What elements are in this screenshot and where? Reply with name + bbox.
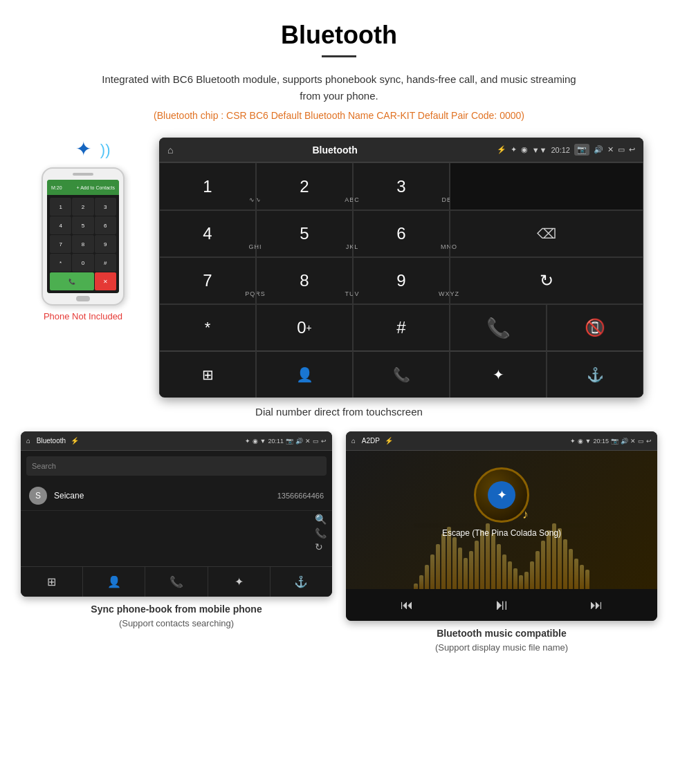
phone-key-star[interactable]: * <box>50 254 71 272</box>
dial-backspace[interactable]: ⌫ <box>450 209 643 258</box>
phone-key-6[interactable]: 6 <box>95 216 116 234</box>
dial-phone-btn[interactable]: 📞 <box>353 351 450 398</box>
screen-icon[interactable]: ▭ <box>618 145 625 154</box>
phone-key-5[interactable]: 5 <box>72 216 93 234</box>
music-next-btn[interactable]: ⏭ <box>590 598 603 613</box>
phonebook-bottom-bar: ⊞ 👤 📞 ✦ ⚓ <box>21 566 332 597</box>
music-signal-icon: ▼ <box>585 438 592 445</box>
back-icon[interactable]: ↩ <box>629 145 635 154</box>
page-title: Bluetooth <box>0 0 678 55</box>
dial-key-1[interactable]: 1 ∿∿ <box>159 162 256 211</box>
dial-key-2[interactable]: 2 ABC <box>256 162 353 211</box>
phone-home-button[interactable] <box>76 296 90 301</box>
pb-camera-icon[interactable]: 📷 <box>286 438 293 445</box>
dial-topbar-title: Bluetooth <box>312 144 357 156</box>
music-camera-icon[interactable]: 📷 <box>611 438 619 445</box>
phone-key-hash[interactable]: # <box>95 254 116 272</box>
album-bt-icon: ✦ <box>488 481 515 509</box>
pb-close-icon[interactable]: ✕ <box>305 438 311 445</box>
pb-search-icon[interactable]: 🔍 <box>315 514 327 525</box>
music-album-art: ✦ ♪ <box>474 467 529 523</box>
gps-icon: ◉ <box>521 145 528 154</box>
phone-screen-header: M:20 + Add to Contacts <box>47 180 119 195</box>
pb-phone-btn[interactable]: 📞 <box>145 567 208 597</box>
music-topbar-right: ✦ ◉ ▼ 20:15 📷 🔊 ✕ ▭ ↩ <box>570 438 652 445</box>
camera-icon[interactable]: 📷 <box>574 144 589 156</box>
dial-refresh[interactable]: ↻ <box>450 256 643 305</box>
dial-call-btn[interactable]: 📞 <box>450 304 547 352</box>
pb-gps-icon: ◉ <box>253 438 258 445</box>
pb-vol-icon[interactable]: 🔊 <box>295 438 303 445</box>
pb-bt-btn[interactable]: ✦ <box>208 567 271 597</box>
contact-number: 13566664466 <box>277 492 324 500</box>
music-vol-icon[interactable]: 🔊 <box>621 438 628 445</box>
pb-signal-icon: ▼ <box>260 438 266 445</box>
phonebook-search[interactable]: Search <box>26 456 327 476</box>
music-screen-icon[interactable]: ▭ <box>638 438 644 445</box>
pb-reload-icon[interactable]: ↻ <box>315 541 327 552</box>
phone-key-7[interactable]: 7 <box>50 235 71 253</box>
dial-key-8[interactable]: 8 TUV <box>256 256 353 305</box>
phone-key-3[interactable]: 3 <box>95 198 116 216</box>
specs-text: (Bluetooth chip : CSR BC6 Default Blueto… <box>0 110 678 121</box>
pb-contact-btn[interactable]: 👤 <box>83 567 145 597</box>
music-home-icon[interactable]: ⌂ <box>351 437 356 445</box>
dial-key-5[interactable]: 5 JKL <box>256 209 353 258</box>
pb-grid-btn[interactable]: ⊞ <box>21 567 83 597</box>
pb-back-icon[interactable]: ↩ <box>321 438 327 445</box>
phone-key-4[interactable]: 4 <box>50 216 71 234</box>
dial-bt-btn[interactable]: ✦ <box>450 351 547 398</box>
dial-key-hash[interactable]: # <box>353 304 450 352</box>
dial-grid-btn[interactable]: ⊞ <box>159 351 256 398</box>
music-section: ⌂ A2DP ⚡ ✦ ◉ ▼ 20:15 📷 🔊 ✕ ▭ ↩ <box>346 431 657 655</box>
bluetooth-logo-icon: ✦ <box>75 138 91 160</box>
volume-icon[interactable]: 🔊 <box>594 145 603 154</box>
phone-key-1[interactable]: 1 <box>50 198 71 216</box>
music-usb-icon: ⚡ <box>385 437 393 445</box>
dial-key-3[interactable]: 3 DEF <box>353 162 450 211</box>
pb-usb-icon: ⚡ <box>71 437 79 445</box>
time-display: 20:12 <box>551 146 570 154</box>
phonebook-topbar-left: ⌂ Bluetooth ⚡ <box>26 437 79 445</box>
bt-status-icon: ✦ <box>511 145 517 154</box>
phonebook-caption: Sync phone-book from mobile phone (Suppo… <box>91 602 262 631</box>
phonebook-body: S Seicane 13566664466 🔍 📞 ↻ <box>21 481 332 566</box>
music-screen: ⌂ A2DP ⚡ ✦ ◉ ▼ 20:15 📷 🔊 ✕ ▭ ↩ <box>346 431 657 621</box>
dial-link-btn[interactable]: ⚓ <box>547 351 643 398</box>
pb-call-icon[interactable]: 📞 <box>315 528 327 539</box>
usb-icon: ⚡ <box>497 145 506 154</box>
music-back-icon[interactable]: ↩ <box>646 438 652 445</box>
phone-key-8[interactable]: 8 <box>72 235 93 253</box>
phonebook-topbar-right: ✦ ◉ ▼ 20:11 📷 🔊 ✕ ▭ ↩ <box>245 438 327 445</box>
phone-screen: M:20 + Add to Contacts 1 2 3 4 5 6 7 8 9… <box>47 180 119 293</box>
dial-key-4[interactable]: 4 GHI <box>159 209 256 258</box>
phonebook-topbar: ⌂ Bluetooth ⚡ ✦ ◉ ▼ 20:11 📷 🔊 ✕ ▭ ↩ <box>21 431 332 451</box>
close-icon[interactable]: ✕ <box>607 145 614 154</box>
home-icon[interactable]: ⌂ <box>167 144 173 156</box>
phone-end-btn[interactable]: ✕ <box>95 272 116 290</box>
main-content-row: ✦ )) M:20 + Add to Contacts 1 2 3 4 5 6 … <box>0 138 678 398</box>
phone-key-0[interactable]: 0 <box>72 254 93 272</box>
dial-key-0[interactable]: 0+ <box>256 304 353 352</box>
dial-screen: ⌂ Bluetooth ⚡ ✦ ◉ ▼▼ 20:12 📷 🔊 ✕ ▭ ↩ 1 ∿… <box>159 138 643 398</box>
music-close-icon[interactable]: ✕ <box>630 438 636 445</box>
dial-key-star[interactable]: * <box>159 304 256 352</box>
music-topbar-left: ⌂ A2DP ⚡ <box>351 437 393 445</box>
pb-screen-icon[interactable]: ▭ <box>313 438 319 445</box>
music-play-btn[interactable]: ⏯ <box>494 596 509 614</box>
dial-key-6[interactable]: 6 MNO <box>353 209 450 258</box>
dial-end-btn[interactable]: 📵 <box>547 304 643 352</box>
pb-link-btn[interactable]: ⚓ <box>271 567 332 597</box>
dial-contact-btn[interactable]: 👤 <box>256 351 353 398</box>
phonebook-contact-row[interactable]: S Seicane 13566664466 <box>21 481 332 511</box>
phone-key-9[interactable]: 9 <box>95 235 116 253</box>
dial-key-7[interactable]: 7 PQRS <box>159 256 256 305</box>
phone-call-btn[interactable]: 📞 <box>50 272 94 290</box>
dial-key-9[interactable]: 9 WXYZ <box>353 256 450 305</box>
pb-home-icon[interactable]: ⌂ <box>26 437 30 445</box>
phone-key-2[interactable]: 2 <box>72 198 93 216</box>
music-prev-btn[interactable]: ⏮ <box>401 598 413 613</box>
title-divider <box>322 55 356 57</box>
page-description: Integrated with BC6 Bluetooth module, su… <box>97 71 581 104</box>
music-topbar: ⌂ A2DP ⚡ ✦ ◉ ▼ 20:15 📷 🔊 ✕ ▭ ↩ <box>346 431 657 451</box>
